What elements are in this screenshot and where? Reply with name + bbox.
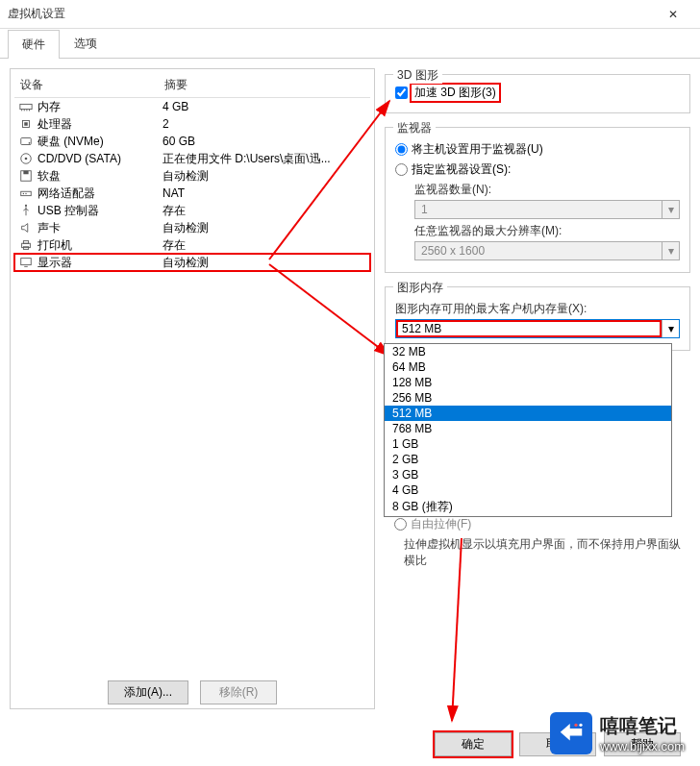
monitor-specify-row[interactable]: 指定监视器设置(S): [395, 161, 680, 178]
group-title-gmem: 图形内存 [393, 280, 447, 296]
monitor-use-host-row[interactable]: 将主机设置用于监视器(U) [395, 141, 680, 158]
stretch-radio[interactable] [394, 518, 407, 531]
device-row-display[interactable]: 显示器自动检测 [14, 254, 370, 271]
ok-button[interactable]: 确定 [435, 732, 512, 756]
monitor-count-combo: 1 ▾ [414, 200, 680, 219]
device-row-cpu[interactable]: 处理器2 [14, 115, 370, 133]
svg-point-22 [574, 724, 577, 727]
watermark-big: 嘻嘻笔记 [600, 713, 685, 739]
device-name: CD/DVD (SATA) [34, 152, 162, 165]
gmem-option[interactable]: 64 MB [385, 359, 671, 375]
gmem-option[interactable]: 768 MB [385, 421, 671, 436]
gmem-option[interactable]: 1 GB [385, 436, 671, 452]
gmem-option[interactable]: 256 MB [385, 390, 671, 406]
watermark-small: www.bijixx.com [600, 739, 685, 754]
svg-point-14 [23, 193, 24, 194]
tab-options[interactable]: 选项 [60, 29, 112, 58]
net-icon [18, 186, 34, 200]
device-summary: 4 GB [162, 100, 188, 113]
device-row-disk[interactable]: 硬盘 (NVMe)60 GB [14, 133, 370, 150]
group-monitor: 监视器 将主机设置用于监视器(U) 指定监视器设置(S): 监视器数量(N): … [385, 127, 690, 273]
gmem-combo[interactable]: 512 MB ▾ [395, 319, 680, 338]
svg-rect-12 [23, 171, 28, 175]
group-title-monitor: 监视器 [393, 120, 436, 136]
monitor-specify-radio[interactable] [395, 163, 408, 176]
device-row-net[interactable]: 网络适配器NAT [14, 185, 370, 202]
device-row-floppy[interactable]: 软盘自动检测 [14, 167, 370, 185]
svg-rect-6 [24, 122, 28, 126]
svg-point-15 [25, 193, 26, 194]
gmem-option[interactable]: 2 GB [385, 452, 671, 467]
device-name: 打印机 [34, 237, 162, 254]
group-title-3d: 3D 图形 [393, 67, 442, 84]
monitor-maxres-label: 任意监视器的最大分辨率(M): [414, 223, 680, 239]
tabs: 硬件 选项 [0, 29, 700, 59]
device-name: 处理器 [34, 116, 162, 133]
monitor-use-host-label: 将主机设置用于监视器(U) [412, 141, 543, 158]
header-summary: 摘要 [164, 77, 188, 93]
gmem-option[interactable]: 128 MB [385, 375, 671, 390]
gmem-option[interactable]: 512 MB [385, 406, 671, 421]
sound-icon [18, 221, 34, 235]
stretch-section: 自由拉伸(F) 拉伸虚拟机显示以填充用户界面，而不保持用户界面纵横比 [385, 512, 690, 569]
gmem-dropdown[interactable]: 32 MB64 MB128 MB256 MB512 MB768 MB1 GB2 … [384, 343, 672, 517]
device-row-sound[interactable]: 声卡自动检测 [14, 219, 370, 236]
device-name: 显示器 [34, 255, 162, 271]
cd-icon [18, 152, 34, 165]
close-button[interactable]: ✕ [654, 0, 692, 29]
accel-3d-label: 加速 3D 图形(3) [412, 85, 499, 101]
gmem-label: 图形内存可用的最大客户机内存量(X): [395, 301, 680, 317]
device-summary: 60 GB [162, 135, 195, 148]
device-name: USB 控制器 [34, 203, 162, 219]
device-row-usb[interactable]: USB 控制器存在 [14, 202, 370, 219]
stretch-desc: 拉伸虚拟机显示以填充用户界面，而不保持用户界面纵横比 [385, 536, 690, 569]
gmem-option[interactable]: 32 MB [385, 344, 671, 359]
monitor-count-label: 监视器数量(N): [414, 182, 680, 198]
device-row-memory[interactable]: 内存4 GB [14, 98, 370, 115]
usb-icon [18, 204, 34, 217]
window-title: 虚拟机设置 [8, 6, 654, 22]
device-summary: 存在 [162, 237, 186, 254]
gmem-option[interactable]: 4 GB [385, 482, 671, 498]
add-button[interactable]: 添加(A)... [108, 680, 188, 704]
device-summary: 存在 [162, 203, 186, 219]
device-summary: 自动检测 [162, 255, 209, 271]
list-header: 设备 摘要 [14, 73, 370, 98]
gmem-option[interactable]: 8 GB (推荐) [385, 498, 671, 516]
device-name: 软盘 [34, 168, 162, 185]
monitor-maxres-value: 2560 x 1600 [415, 242, 662, 259]
list-buttons: 添加(A)... 移除(R) [14, 675, 370, 704]
device-list: 内存4 GB处理器2硬盘 (NVMe)60 GBCD/DVD (SATA)正在使… [14, 98, 370, 675]
gmem-option[interactable]: 3 GB [385, 467, 671, 482]
remove-button[interactable]: 移除(R) [200, 680, 277, 704]
svg-point-16 [25, 205, 27, 207]
device-name: 硬盘 (NVMe) [34, 134, 162, 150]
printer-icon [18, 238, 34, 252]
accel-3d-row[interactable]: 加速 3D 图形(3) [395, 85, 680, 101]
chevron-down-icon: ▾ [662, 242, 679, 259]
device-row-cd[interactable]: CD/DVD (SATA)正在使用文件 D:\Users\桌面\迅... [14, 150, 370, 167]
svg-rect-18 [23, 241, 28, 244]
close-icon: ✕ [668, 8, 678, 21]
watermark-text: 嘻嘻笔记 www.bijixx.com [600, 713, 685, 754]
device-summary: 自动检测 [162, 168, 209, 185]
chevron-down-icon[interactable]: ▾ [662, 320, 679, 337]
monitor-sub: 监视器数量(N): 1 ▾ 任意监视器的最大分辨率(M): 2560 x 160… [395, 182, 680, 260]
stretch-radio-row[interactable]: 自由拉伸(F) [385, 516, 690, 532]
stretch-radio-label: 自由拉伸(F) [411, 516, 471, 532]
monitor-use-host-radio[interactable] [395, 143, 408, 156]
floppy-icon [18, 169, 34, 183]
monitor-count-value: 1 [415, 201, 662, 218]
device-row-printer[interactable]: 打印机存在 [14, 236, 370, 254]
device-name: 网络适配器 [34, 185, 162, 202]
monitor-specify-label: 指定监视器设置(S): [412, 161, 511, 178]
tab-hardware[interactable]: 硬件 [8, 30, 60, 59]
svg-rect-20 [21, 259, 32, 265]
device-name: 声卡 [34, 220, 162, 236]
titlebar: 虚拟机设置 ✕ [0, 0, 700, 29]
device-summary: NAT [162, 186, 185, 200]
accel-3d-checkbox[interactable] [395, 86, 408, 99]
disk-icon [18, 135, 34, 148]
chevron-down-icon: ▾ [662, 201, 679, 218]
watermark-icon [550, 712, 592, 754]
